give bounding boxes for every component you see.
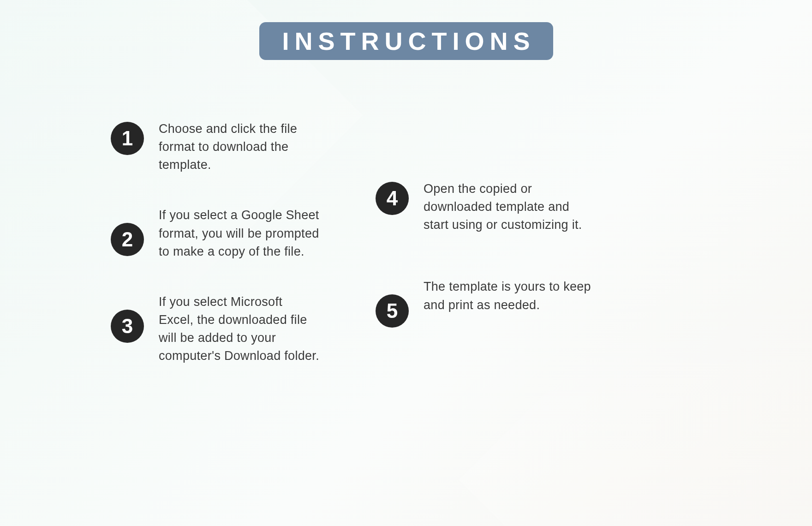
instruction-step: 5 The template is yours to keep and prin… <box>376 278 594 328</box>
step-number-badge: 1 <box>111 122 144 155</box>
step-number-badge: 3 <box>111 310 144 343</box>
instruction-step: 4 Open the copied or downloaded template… <box>376 180 594 234</box>
instruction-step: 2 If you select a Google Sheet format, y… <box>111 206 320 260</box>
header: INSTRUCTIONS <box>0 0 812 60</box>
content-area: 1 Choose and click the file format to do… <box>0 60 812 365</box>
step-number-badge: 2 <box>111 223 144 256</box>
step-number-badge: 4 <box>376 182 409 215</box>
steps-column-left: 1 Choose and click the file format to do… <box>111 120 320 365</box>
step-text: Open the copied or downloaded template a… <box>424 180 594 234</box>
step-text: The template is yours to keep and print … <box>424 278 594 314</box>
step-text: Choose and click the file format to down… <box>159 120 320 174</box>
steps-column-right: 4 Open the copied or downloaded template… <box>376 120 594 365</box>
step-number-badge: 5 <box>376 294 409 328</box>
step-text: If you select a Google Sheet format, you… <box>159 206 320 260</box>
page-title: INSTRUCTIONS <box>259 22 553 60</box>
step-text: If you select Microsoft Excel, the downl… <box>159 293 320 365</box>
instruction-step: 3 If you select Microsoft Excel, the dow… <box>111 293 320 365</box>
instruction-step: 1 Choose and click the file format to do… <box>111 120 320 174</box>
